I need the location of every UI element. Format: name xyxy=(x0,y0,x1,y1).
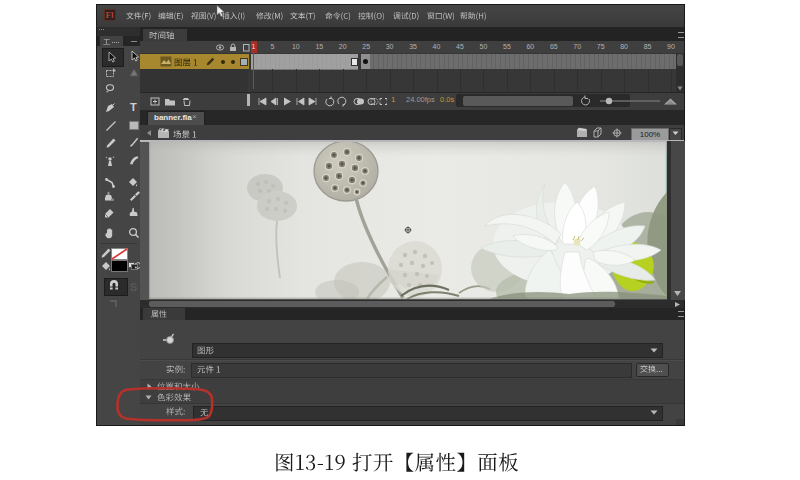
svg-text:Fl: Fl xyxy=(106,10,114,20)
